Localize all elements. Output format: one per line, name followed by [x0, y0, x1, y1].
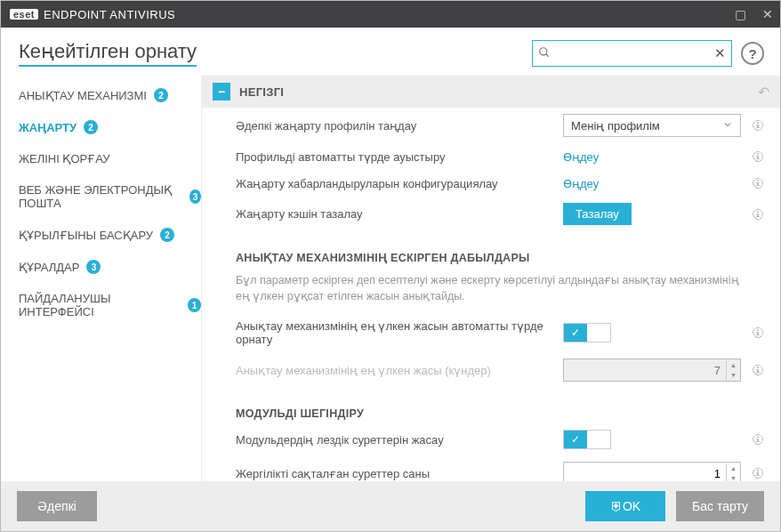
toggle-auto-age[interactable]: ✓ — [563, 323, 611, 343]
sidebar-item-ui[interactable]: ПАЙДАЛАНУШЫ ИНТЕРФЕЙСІ 1 — [19, 283, 201, 327]
title-bar: eset ENDPOINT ANTIVIRUS ▢ ✕ — [1, 1, 780, 28]
sidebar-badge: 3 — [189, 189, 201, 204]
page-title: Кеңейтілген орнату — [19, 40, 197, 67]
sidebar-item-label: ЖАҢАРТУ — [19, 121, 76, 134]
max-age-value — [564, 364, 726, 377]
chevron-down-icon — [722, 119, 733, 133]
main-panel: − НЕГІЗГІ ↶ Әдепкі жаңарту профилін таңд… — [201, 76, 780, 481]
row-label: Анықтау механизмінің ең үлкен жасы (күнд… — [236, 364, 563, 377]
row-label: Профильді автоматты түрде ауыстыру — [236, 150, 563, 164]
undo-icon[interactable]: ↶ — [758, 84, 769, 101]
sidebar-item-label: ЖЕЛІНІ ҚОРҒАУ — [19, 152, 110, 165]
row-label: Жаңарту хабарландыруларын конфигурацияла… — [236, 177, 563, 190]
row-max-age: Анықтау механизмінің ең үлкен жасы (күнд… — [202, 352, 780, 388]
info-icon[interactable]: 🛈 — [748, 326, 768, 340]
window-close-icon[interactable]: ✕ — [762, 7, 773, 21]
spinner[interactable]: ▲▼ — [726, 463, 740, 481]
info-icon[interactable]: 🛈 — [748, 466, 768, 480]
info-icon[interactable]: 🛈 — [748, 363, 768, 377]
row-local-count: Жергілікті сақталған суреттер саны ▲▼ 🛈 — [202, 455, 780, 481]
row-label: Модульдердің лездік суреттерін жасау — [236, 433, 563, 447]
row-auto-switch: Профильді автоматты түрде ауыстыру Өңдеу… — [202, 143, 780, 170]
svg-line-1 — [546, 53, 549, 56]
sidebar-item-network[interactable]: ЖЕЛІНІ ҚОРҒАУ — [19, 143, 201, 174]
default-button[interactable]: Әдепкі — [17, 491, 97, 521]
max-age-input: ▲▼ — [563, 359, 741, 382]
brand-badge: eset — [10, 9, 38, 20]
row-label: Әдепкі жаңарту профилін таңдау — [236, 119, 563, 133]
row-snapshots: Модульдердің лездік суреттерін жасау ✓ 🛈 — [202, 423, 780, 455]
edit-link[interactable]: Өңдеу — [563, 150, 599, 164]
toggle-snapshots[interactable]: ✓ — [563, 430, 611, 449]
footer: Әдепкі ⛨OK Бас тарту — [1, 481, 780, 531]
window-controls: ▢ ✕ — [735, 7, 773, 21]
subheading-alerts: АНЫҚТАУ МЕХАНИЗМІНІҢ ЕСКІРГЕН ДАБЫЛДАРЫ — [202, 231, 780, 268]
section-header: − НЕГІЗГІ ↶ — [202, 76, 780, 108]
svg-point-0 — [540, 47, 547, 54]
row-default-profile: Әдепкі жаңарту профилін таңдау Менің про… — [202, 108, 780, 143]
row-label: Жергілікті сақталған суреттер саны — [236, 467, 563, 480]
row-clear-cache: Жаңарту кэшін тазалау Тазалау 🛈 — [202, 197, 780, 231]
sidebar-badge: 1 — [188, 298, 201, 312]
cancel-button[interactable]: Бас тарту — [676, 491, 764, 521]
row-notifications: Жаңарту хабарландыруларын конфигурацияла… — [202, 170, 780, 197]
sidebar-item-detection[interactable]: АНЫҚТАУ МЕХАНИЗМІ 2 — [19, 79, 201, 111]
search-input[interactable] — [554, 47, 714, 60]
sidebar: АНЫҚТАУ МЕХАНИЗМІ 2 ЖАҢАРТУ 2 ЖЕЛІНІ ҚОР… — [1, 76, 201, 481]
sidebar-item-webmail[interactable]: ВЕБ ЖӘНЕ ЭЛЕКТРОНДЫҚ ПОШТА 3 — [19, 174, 201, 219]
product-title: ENDPOINT ANTIVIRUS — [44, 8, 175, 21]
collapse-toggle[interactable]: − — [213, 83, 230, 101]
sidebar-item-tools[interactable]: ҚҰРАЛДАР 3 — [19, 251, 201, 283]
section-title: НЕГІЗГІ — [239, 85, 284, 99]
info-icon[interactable]: 🛈 — [748, 149, 768, 164]
page-header: Кеңейтілген орнату ✕ ? — [1, 28, 780, 76]
info-icon[interactable]: 🛈 — [748, 176, 768, 190]
row-auto-age: Анықтау механизмінің ең үлкен жасын авто… — [202, 313, 780, 352]
sidebar-item-label: ПАЙДАЛАНУШЫ ИНТЕРФЕЙСІ — [19, 292, 181, 318]
help-button[interactable]: ? — [741, 42, 764, 65]
search-box[interactable]: ✕ — [532, 40, 732, 67]
select-value: Менің профилім — [571, 119, 660, 133]
ok-button[interactable]: ⛨OK — [585, 491, 665, 521]
row-label: Жаңарту кэшін тазалау — [236, 207, 563, 221]
local-count-input[interactable]: ▲▼ — [563, 462, 741, 481]
info-icon[interactable]: 🛈 — [748, 118, 768, 133]
row-label: Анықтау механизмінің ең үлкен жасын авто… — [236, 319, 563, 346]
info-icon[interactable]: 🛈 — [748, 207, 768, 222]
check-icon: ✓ — [564, 324, 587, 342]
spinner: ▲▼ — [726, 360, 740, 380]
sidebar-item-device[interactable]: ҚҰРЫЛҒЫНЫ БАСҚАРУ 2 — [19, 219, 201, 251]
clear-cache-button[interactable]: Тазалау — [563, 203, 632, 225]
sidebar-badge: 2 — [160, 228, 174, 242]
shield-icon: ⛨ — [610, 499, 623, 513]
search-clear-icon[interactable]: ✕ — [714, 45, 726, 61]
sidebar-item-label: ҚҰРАЛДАР — [19, 261, 79, 274]
sidebar-badge: 2 — [154, 88, 168, 102]
sidebar-badge: 3 — [86, 260, 101, 274]
sidebar-item-label: ҚҰРЫЛҒЫНЫ БАСҚАРУ — [19, 229, 153, 242]
local-count-value[interactable] — [564, 467, 726, 480]
subheading-desc: Бұл параметр ескірген деп есептелуі және… — [202, 268, 780, 313]
check-icon: ✓ — [564, 431, 587, 448]
search-icon — [538, 46, 551, 61]
sidebar-badge: 2 — [84, 120, 98, 134]
window-maximize-icon[interactable]: ▢ — [735, 7, 746, 21]
profile-select[interactable]: Менің профилім — [563, 114, 741, 137]
sidebar-item-update[interactable]: ЖАҢАРТУ 2 — [19, 111, 201, 143]
subheading-rollback: МОДУЛЬДІ ШЕГІНДІРУ — [202, 388, 780, 423]
info-icon[interactable]: 🛈 — [748, 432, 768, 447]
sidebar-item-label: АНЫҚТАУ МЕХАНИЗМІ — [19, 89, 147, 102]
edit-link[interactable]: Өңдеу — [563, 177, 599, 190]
sidebar-item-label: ВЕБ ЖӘНЕ ЭЛЕКТРОНДЫҚ ПОШТА — [19, 183, 182, 210]
